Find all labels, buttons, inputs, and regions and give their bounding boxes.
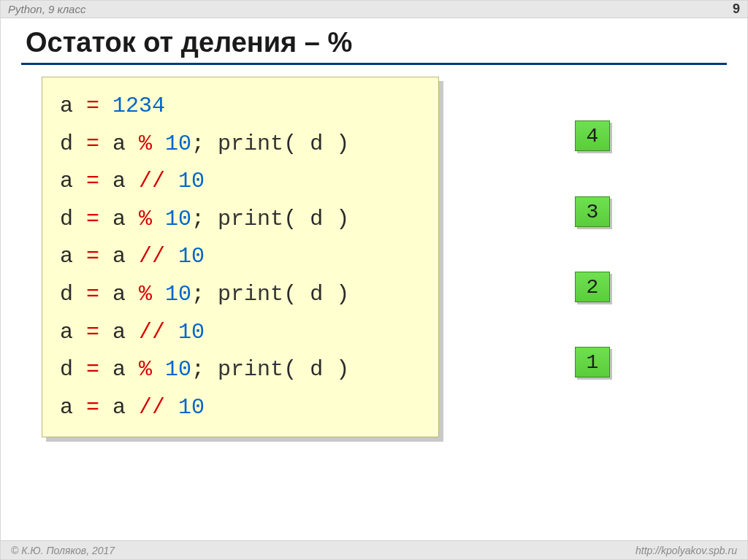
code-box: a = 1234d = a % 10; print( d )a = a // 1… (42, 77, 439, 437)
code-token: 1234 (112, 93, 165, 118)
code-token: // (139, 395, 165, 420)
code-token (152, 282, 165, 307)
code-token: ( d ) (283, 357, 349, 382)
code-token: = (86, 244, 99, 269)
code-token: print (218, 207, 283, 231)
code-token: a (99, 320, 139, 345)
code-token: 10 (178, 395, 205, 420)
code-token: // (139, 169, 165, 193)
code-token (165, 320, 178, 345)
code-token (165, 169, 178, 193)
code-token (99, 93, 112, 118)
code-token: ; (191, 282, 218, 307)
code-token: a (99, 282, 139, 307)
code-token: a (99, 244, 139, 269)
subject-label: Python, 9 класс (8, 3, 85, 15)
code-line: d = a % 10; print( d ) (60, 126, 425, 164)
code-line: a = a // 10 (60, 163, 425, 201)
code-token: 10 (165, 282, 191, 307)
code-line: d = a % 10; print( d ) (60, 276, 425, 314)
code-token: ; (191, 357, 218, 382)
code-token: = (86, 282, 99, 307)
code-line: a = a // 10 (60, 314, 425, 352)
code-token: // (139, 244, 165, 269)
copyright: © К.Ю. Поляков, 2017 (11, 545, 115, 556)
result-badge: 4 (575, 120, 610, 151)
code-token: % (139, 131, 152, 156)
code-token: 10 (178, 320, 205, 345)
code-token (165, 244, 178, 269)
footer-bar: © К.Ю. Поляков, 2017 http://kpolyakov.sp… (1, 540, 747, 559)
code-token: a (99, 169, 139, 193)
code-token: % (139, 207, 152, 231)
code-token: // (139, 320, 165, 345)
code-token: = (86, 395, 99, 420)
code-token: ; (191, 207, 218, 231)
source-url: http://kpolyakov.spb.ru (636, 545, 737, 556)
code-token: 10 (165, 357, 191, 382)
code-token: a (60, 395, 86, 420)
code-line: a = a // 10 (60, 238, 425, 276)
code-token: a (99, 207, 139, 231)
code-token: 10 (178, 244, 205, 269)
code-token: a (99, 131, 139, 156)
code-token: = (86, 131, 99, 156)
code-line: d = a % 10; print( d ) (60, 351, 425, 389)
code-token: a (60, 320, 86, 345)
code-token (205, 395, 218, 420)
code-token: a (60, 244, 86, 269)
header-bar: Python, 9 класс 9 (1, 1, 747, 18)
code-token: % (139, 357, 152, 382)
result-badge: 2 (575, 272, 610, 302)
code-token: = (86, 169, 99, 193)
code-token: print (218, 357, 283, 382)
code-token (165, 395, 178, 420)
code-token: = (86, 93, 99, 118)
code-line: d = a % 10; print( d ) (60, 201, 425, 239)
slide: Python, 9 класс 9 Остаток от деления – %… (0, 0, 748, 560)
title-rule (21, 63, 727, 65)
code-line: a = a // 10 (60, 389, 425, 427)
code-token: a (60, 169, 86, 193)
code-token: = (86, 357, 99, 382)
code-token: ( d ) (283, 131, 349, 156)
code-token: 10 (178, 169, 205, 193)
code-token: ( d ) (283, 207, 349, 231)
result-badge: 3 (575, 196, 610, 227)
code-token: = (86, 207, 99, 231)
code-token (152, 207, 165, 231)
result-badge: 1 (575, 347, 610, 377)
content-area: a = 1234d = a % 10; print( d )a = a // 1… (1, 77, 747, 540)
code-token: d (60, 207, 86, 231)
code-token: a (99, 395, 139, 420)
code-token: ( d ) (283, 282, 349, 307)
code-token: print (218, 131, 283, 156)
page-number: 9 (733, 1, 740, 17)
code-token: % (139, 282, 152, 307)
code-block: a = 1234d = a % 10; print( d )a = a // 1… (42, 77, 439, 437)
code-token: = (86, 320, 99, 345)
code-token: d (60, 357, 86, 382)
slide-title: Остаток от деления – % (1, 18, 747, 63)
code-token: d (60, 131, 86, 156)
code-token: ; (191, 131, 218, 156)
code-token: a (99, 357, 139, 382)
code-token (152, 357, 165, 382)
code-token: a (60, 93, 86, 118)
code-line: a = 1234 (60, 88, 425, 126)
code-token: 10 (165, 131, 191, 156)
code-token: print (218, 282, 283, 307)
code-token: 10 (165, 207, 191, 231)
code-token: d (60, 282, 86, 307)
code-token (152, 131, 165, 156)
